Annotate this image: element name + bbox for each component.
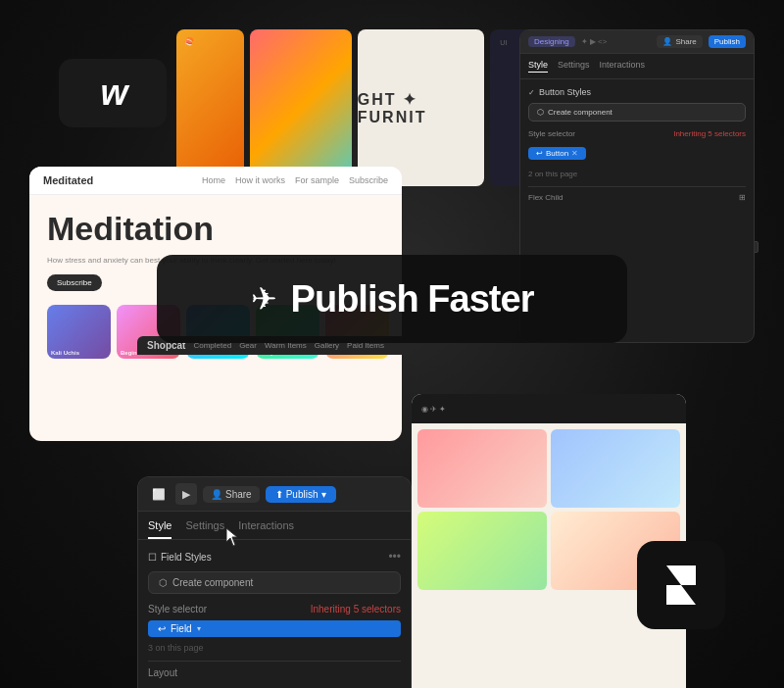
tab-settings[interactable]: Settings: [558, 60, 590, 73]
ecom-header: ◉ ✈ ✦: [412, 394, 686, 423]
tab-style[interactable]: Style: [528, 60, 548, 73]
designer-selector-chip[interactable]: ↩ Button ✕: [528, 147, 586, 160]
component-icon: ⬡: [537, 108, 544, 117]
colorful-card: [250, 29, 352, 186]
editor-tabs: Style Settings Interactions: [138, 512, 411, 540]
framer-logo: [637, 541, 725, 629]
med-nav: Home How it works For sample Subscribe: [202, 175, 388, 185]
food-card: 🍣: [176, 29, 244, 186]
designer-tabs: Style Settings Interactions: [520, 54, 754, 79]
designer-content: Button Styles ⬡ Create component Style s…: [520, 79, 754, 210]
designer-toolbar: Designing ✦ ▶ <> 👤 Share Publish: [520, 30, 754, 54]
chip-back-icon: ↩: [158, 623, 166, 634]
med-header: Meditated Home How it works For sample S…: [29, 167, 402, 195]
chip-dropdown-icon: ▾: [197, 624, 201, 633]
editor-tab-settings[interactable]: Settings: [185, 519, 224, 539]
editor-style-row: Style selector Inheriting 5 selectors: [148, 604, 401, 614]
svg-marker-1: [666, 565, 696, 585]
share-person-icon: 👤: [211, 489, 222, 500]
editor-more-btn[interactable]: •••: [388, 550, 401, 564]
ecom-preview: ◉ ✈ ✦: [412, 394, 686, 688]
furniture-text: GHT ✦ FURNIT: [358, 90, 485, 126]
editor-toolbar: ⬜ ▶ 👤 Share ⬆ Publish ▾: [138, 477, 411, 512]
editor-on-page: 3 on this page: [148, 643, 401, 653]
editor-play-icon[interactable]: ▶: [175, 483, 197, 505]
publish-faster-text: Publish Faster: [291, 278, 534, 320]
designer-publish-btn[interactable]: Publish: [709, 35, 746, 48]
publish-icon: ✈: [251, 280, 277, 318]
ecom-product-3: [417, 512, 547, 590]
furniture-card: GHT ✦ FURNIT: [358, 29, 485, 186]
webflow-logo: w: [59, 59, 167, 127]
designer-style-selector: Style selector Inheriting 5 selectors: [528, 129, 746, 138]
editor-section-label: ☐ Field Styles: [148, 552, 212, 563]
ecom-product-2: [551, 429, 680, 508]
webflow-icon: w: [100, 73, 124, 114]
editor-field-section: ☐ Field Styles •••: [148, 550, 401, 564]
designer-share-btn[interactable]: 👤 Share: [657, 35, 702, 48]
ecom-product-1: [417, 429, 547, 508]
editor-share-btn[interactable]: 👤 Share: [203, 486, 260, 503]
tab-interactions[interactable]: Interactions: [600, 60, 646, 73]
editor-layout-label: Layout: [148, 667, 401, 678]
editor-field-chip[interactable]: ↩ Field ▾: [148, 620, 401, 637]
med-card-1: Kali Uchis: [47, 305, 111, 359]
editor-component-icon: ⬡: [159, 577, 168, 588]
svg-marker-2: [666, 585, 696, 605]
scene: w 🍣 GHT ✦ FURNIT UI Meditated Home How i…: [0, 0, 784, 688]
editor-preview-icon[interactable]: ⬜: [148, 483, 170, 505]
med-title: Meditation: [29, 195, 402, 255]
publish-chevron-icon: ▾: [321, 489, 326, 500]
editor-publish-btn[interactable]: ⬆ Publish ▾: [266, 486, 336, 503]
designer-section-title: Button Styles: [528, 87, 746, 97]
med-logo: Meditated: [43, 174, 93, 186]
designer-on-page: 2 on this page: [528, 170, 746, 178]
editor-panel: ⬜ ▶ 👤 Share ⬆ Publish ▾ Style Settings I…: [137, 476, 412, 688]
publish-faster-banner: ✈ Publish Faster: [157, 255, 627, 343]
chip-icon: ↩: [536, 149, 543, 158]
editor-content: ☐ Field Styles ••• ⬡ Create component St…: [138, 540, 411, 688]
publish-arrow-icon: ⬆: [275, 489, 283, 500]
designing-badge: Designing: [528, 36, 575, 47]
checkbox-icon: ☐: [148, 552, 157, 563]
designer-create-component-btn[interactable]: ⬡ Create component: [528, 103, 746, 122]
med-cta[interactable]: Subscribe: [47, 274, 102, 291]
editor-tab-interactions[interactable]: Interactions: [238, 519, 294, 539]
editor-tab-style[interactable]: Style: [148, 519, 172, 539]
designer-flex-section: Flex Child ⊞: [528, 193, 746, 202]
editor-create-component-btn[interactable]: ⬡ Create component: [148, 571, 401, 594]
